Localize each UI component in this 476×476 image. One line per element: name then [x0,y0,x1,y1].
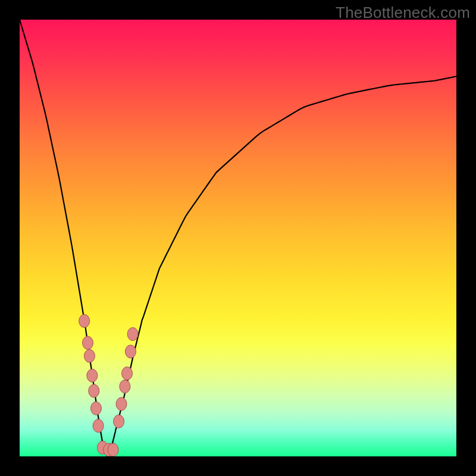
data-marker [83,336,93,349]
data-marker [90,402,101,415]
outer-frame: TheBottleneck.com [0,0,476,476]
data-marker [125,345,136,358]
data-marker [93,419,104,433]
plot-area [20,20,456,456]
data-marker [84,349,95,362]
data-marker [87,369,98,382]
bottleneck-curve [20,20,456,456]
data-marker [114,415,124,428]
data-marker [122,367,133,380]
data-marker [127,327,138,340]
chart-svg [20,20,456,456]
data-marker [116,397,127,411]
data-marker [108,443,118,456]
watermark-text: TheBottleneck.com [336,4,470,22]
marker-group [79,314,138,456]
data-marker [89,384,99,397]
data-marker [79,314,90,327]
data-marker [120,380,130,393]
